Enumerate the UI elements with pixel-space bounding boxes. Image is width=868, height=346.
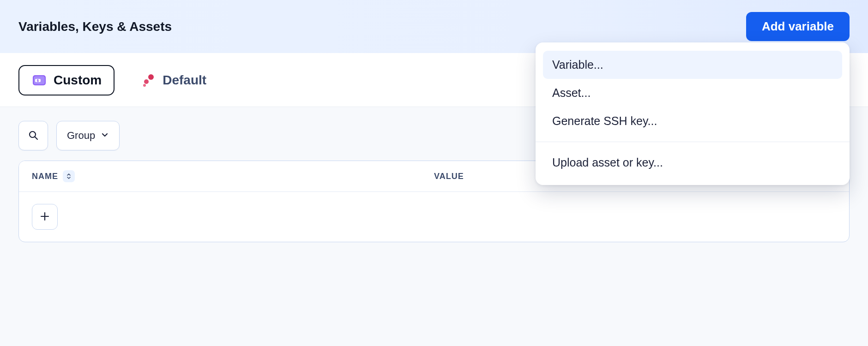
add-variable-dropdown: Variable... Asset... Generate SSH key...… [536,42,850,185]
menu-item-generate-ssh-key[interactable]: Generate SSH key... [543,107,842,135]
column-value-label: VALUE [434,172,464,181]
table-body-row [19,192,849,242]
menu-divider [536,142,850,142]
search-button[interactable] [18,121,48,150]
svg-text:$: $ [37,79,39,83]
sort-icon [63,170,75,182]
plus-icon [40,211,50,223]
add-row-button[interactable] [32,204,58,230]
tab-default-label: Default [163,74,206,87]
menu-item-variable[interactable]: Variable... [543,51,842,79]
bubbles-icon [140,72,156,88]
svg-line-8 [35,137,37,139]
svg-point-6 [143,84,146,87]
column-name-label: NAME [32,172,58,181]
column-header-name[interactable]: NAME [32,170,434,182]
wallet-icon: $ [31,72,47,88]
svg-point-7 [30,131,36,137]
svg-point-5 [144,79,149,84]
tab-default[interactable]: Default [127,65,219,95]
page-title: Variables, Keys & Assets [18,19,172,34]
add-variable-button[interactable]: Add variable [746,12,850,41]
search-icon [28,130,39,142]
group-dropdown-button[interactable]: Group [56,121,120,150]
tab-custom-label: Custom [54,74,102,87]
svg-point-4 [148,74,154,80]
chevron-down-icon [101,130,109,142]
tab-custom[interactable]: $ Custom [18,65,115,95]
group-label: Group [67,130,95,142]
menu-item-asset[interactable]: Asset... [543,79,842,107]
menu-item-upload-asset-or-key[interactable]: Upload asset or key... [543,149,842,177]
